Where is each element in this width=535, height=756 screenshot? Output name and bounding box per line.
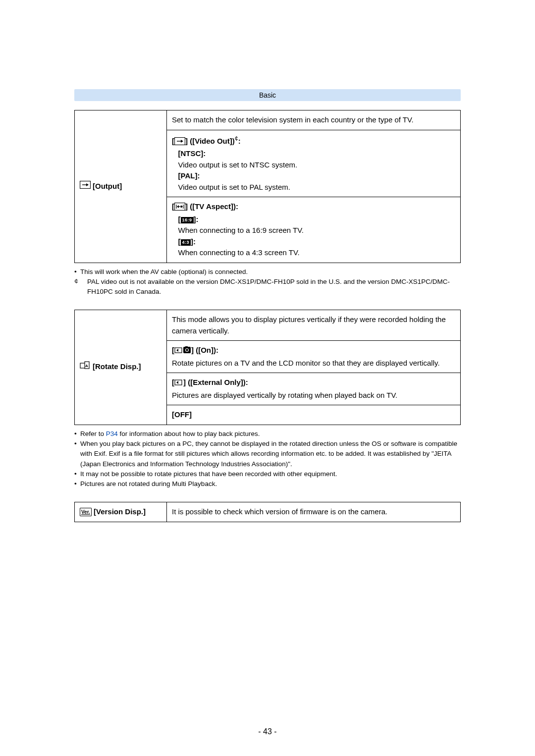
version-label: [Version Disp.] <box>94 507 146 516</box>
video-out-title: ([Video Out]) <box>190 137 235 145</box>
rotate-on-text: Rotate pictures on a TV and the LCD moni… <box>172 359 440 367</box>
rotate-ext-cell: [ ] ([External Only]): Pictures are disp… <box>167 373 461 405</box>
rotate-desc: This mode allows you to display pictures… <box>167 310 461 341</box>
rotate-note-1: Refer to P34 for information about how t… <box>80 429 260 439</box>
rotate-disp-icon: A <box>80 361 91 374</box>
aspect-16-9-icon: 16:9 <box>181 217 194 224</box>
output-aspect-cell: [ ] ([TV Aspect]): [16:9]: When connecti… <box>167 197 461 263</box>
rotate-off-label: [OFF] <box>172 410 192 419</box>
rotate-on-icon <box>174 346 191 358</box>
output-note-1: This will work when the AV cable (option… <box>80 267 248 277</box>
output-table: [Output] Set to match the color televisi… <box>74 110 461 263</box>
pal-label: [PAL]: <box>178 171 200 180</box>
svg-marker-21 <box>176 381 178 384</box>
output-icon <box>80 181 91 192</box>
rotate-on-cell: [ ] ([On]): Rotate pictures on a TV and … <box>167 341 461 373</box>
rotate-off-cell: [OFF] <box>167 405 461 425</box>
section-header: Basic <box>74 89 461 101</box>
output-video-cell: [ ] ([Video Out])¢: [NTSC]: Video output… <box>167 130 461 197</box>
aspect-4-3-text: When connecting to a 4:3 screen TV. <box>178 248 300 257</box>
ntsc-label: [NTSC]: <box>178 149 206 158</box>
version-icon: Ver. <box>80 508 92 516</box>
version-table: Ver. [Version Disp.] It is possible to c… <box>74 502 461 522</box>
rotate-table: A [Rotate Disp.] This mode allows you to… <box>74 310 461 425</box>
tv-aspect-title: ([TV Aspect]): <box>190 202 238 211</box>
rotate-label: [Rotate Disp.] <box>93 362 141 371</box>
svg-rect-19 <box>185 346 188 347</box>
svg-marker-16 <box>176 349 178 352</box>
rotate-note-2: When you play back pictures on a PC, the… <box>80 439 461 469</box>
output-notes: •This will work when the AV cable (optio… <box>74 267 461 297</box>
svg-marker-5 <box>181 140 183 143</box>
rotate-ext-icon <box>174 378 183 390</box>
version-label-cell: Ver. [Version Disp.] <box>75 502 167 522</box>
output-note-2: PAL video out is not available on the ve… <box>87 277 461 297</box>
page-number: - 43 - <box>0 727 535 736</box>
version-text: It is possible to check which version of… <box>167 502 461 522</box>
aspect-16-9-text: When connecting to a 16:9 screen TV. <box>178 226 304 234</box>
rotate-note-3: It may not be possible to rotate picture… <box>80 469 337 479</box>
ntsc-text: Video output is set to NTSC system. <box>178 161 298 169</box>
rotate-on-title: ([On]): <box>196 346 218 354</box>
video-out-icon <box>174 137 185 149</box>
svg-marker-10 <box>177 205 179 208</box>
rotate-label-cell: A [Rotate Disp.] <box>75 310 167 425</box>
output-desc: Set to match the color television system… <box>167 110 461 130</box>
rotate-notes: • Refer to P34 for information about how… <box>74 429 461 489</box>
svg-marker-2 <box>86 183 89 186</box>
link-p34[interactable]: P34 <box>106 430 118 437</box>
rotate-note-4: Pictures are not rotated during Multi Pl… <box>80 479 217 489</box>
aspect-4-3-icon: 4:3 <box>181 239 191 246</box>
video-out-asterisk: ¢ <box>235 135 238 142</box>
svg-text:A: A <box>85 364 88 368</box>
svg-rect-17 <box>183 347 191 353</box>
svg-marker-11 <box>181 205 183 208</box>
page: Basic [Output] Set to match the color te… <box>0 0 535 756</box>
output-label: [Output] <box>93 182 122 190</box>
rotate-ext-text: Pictures are displayed vertically by rot… <box>172 391 397 399</box>
rotate-ext-title: ([External Only]): <box>188 378 248 386</box>
tv-aspect-icon <box>174 203 185 214</box>
pal-text: Video output is set to PAL system. <box>178 183 291 191</box>
output-label-cell: [Output] <box>75 110 167 263</box>
